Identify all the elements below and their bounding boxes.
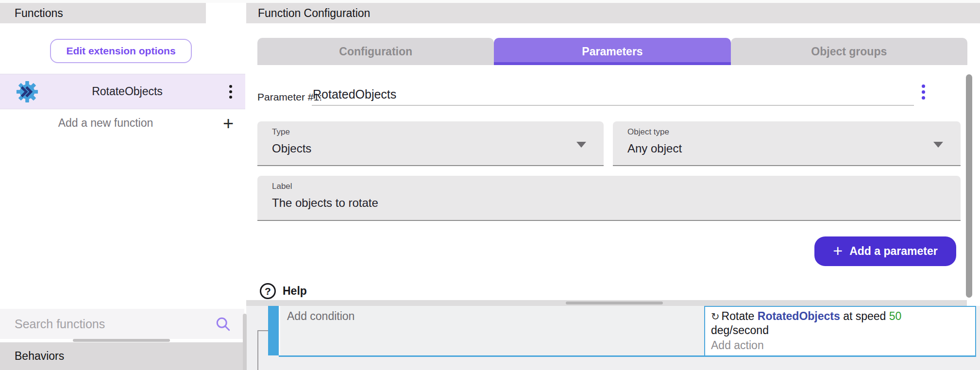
tab-configuration[interactable]: Configuration: [257, 38, 494, 65]
add-function-plus-icon[interactable]: +: [211, 114, 245, 133]
event-actions-cell[interactable]: ↻Rotate RotatedObjects at speed 50 deg/s…: [704, 306, 976, 355]
parameter-options-menu-icon[interactable]: [922, 84, 925, 100]
add-parameter-label: Add a parameter: [849, 245, 938, 258]
events-horizontal-scrollbar[interactable]: [566, 302, 663, 304]
main-vertical-scrollbar[interactable]: [966, 74, 972, 298]
sidebar-horizontal-scrollbar[interactable]: [73, 339, 170, 342]
events-sheet-panel: Add condition ↻Rotate RotatedObjects at …: [246, 300, 980, 370]
dropdown-arrow-icon: [933, 142, 943, 148]
help-label: Help: [283, 285, 307, 298]
function-list-item-rotateobjects[interactable]: RotateObjects: [0, 74, 245, 109]
add-action-link[interactable]: Add action: [711, 338, 969, 353]
event-conditions-cell[interactable]: Add condition: [279, 306, 704, 355]
dropdown-arrow-icon: [576, 142, 586, 148]
label-input[interactable]: Label The objects to rotate: [257, 176, 961, 221]
object-type-select[interactable]: Object type Any object: [613, 121, 961, 166]
functions-panel-header: Functions: [0, 3, 206, 23]
event-body: Add condition ↻Rotate RotatedObjects at …: [279, 306, 976, 357]
label-input-value: The objects to rotate: [272, 196, 378, 210]
action-unit-text: deg/second: [711, 323, 969, 337]
page-title: Function Configuration: [258, 7, 370, 20]
function-options-menu-icon[interactable]: [216, 85, 245, 99]
functions-title: Functions: [15, 7, 63, 20]
action-object-name: RotatedObjects: [758, 310, 840, 322]
function-name: RotateObjects: [38, 85, 216, 98]
action-verb: Rotate: [722, 310, 755, 322]
tab-object-groups[interactable]: Object groups: [731, 38, 967, 65]
object-type-select-label: Object type: [627, 127, 669, 137]
object-type-select-value: Any object: [627, 142, 682, 155]
action-speed-value: 50: [889, 310, 902, 322]
tab-parameters[interactable]: Parameters: [494, 38, 730, 65]
type-select[interactable]: Type Objects: [257, 121, 604, 166]
type-select-label: Type: [272, 127, 290, 137]
rotate-action-icon: ↻: [711, 311, 720, 322]
event-drag-handle[interactable]: [268, 306, 279, 355]
behaviors-title: Behaviors: [15, 350, 64, 363]
add-function-row[interactable]: Add a new function +: [0, 110, 245, 136]
add-condition-link[interactable]: Add condition: [287, 310, 355, 322]
add-parameter-button[interactable]: + Add a parameter: [814, 236, 956, 266]
search-icon: [214, 315, 232, 333]
help-icon: ?: [260, 283, 276, 299]
app-root: Functions Edit extension options: [0, 0, 980, 370]
edit-extension-options-button[interactable]: Edit extension options: [50, 39, 192, 63]
add-function-label: Add a new function: [0, 117, 211, 130]
function-gear-icon: [16, 81, 38, 103]
search-functions-bar: [0, 309, 244, 339]
action-middle-text: at speed: [843, 310, 886, 322]
events-scrollbar-cap: [967, 300, 980, 306]
function-configuration-header: Function Configuration: [246, 3, 980, 23]
action-sentence[interactable]: ↻Rotate RotatedObjects at speed 50 deg/s…: [711, 309, 969, 337]
type-select-value: Objects: [272, 142, 311, 155]
event-tree-connector-horizontal: [257, 330, 268, 331]
event-row[interactable]: Add condition ↻Rotate RotatedObjects at …: [268, 306, 976, 357]
plus-icon: +: [833, 242, 843, 259]
label-input-label: Label: [272, 182, 292, 191]
behaviors-panel-header: Behaviors: [0, 342, 245, 370]
parameter-name-input[interactable]: [312, 84, 914, 106]
event-tree-connector-vertical: [257, 330, 258, 370]
help-link[interactable]: ? Help: [260, 283, 307, 299]
search-functions-input[interactable]: [0, 317, 214, 332]
sidebar-vertical-scrollbar[interactable]: [243, 314, 247, 370]
tab-bar: Configuration Parameters Object groups: [257, 38, 967, 65]
